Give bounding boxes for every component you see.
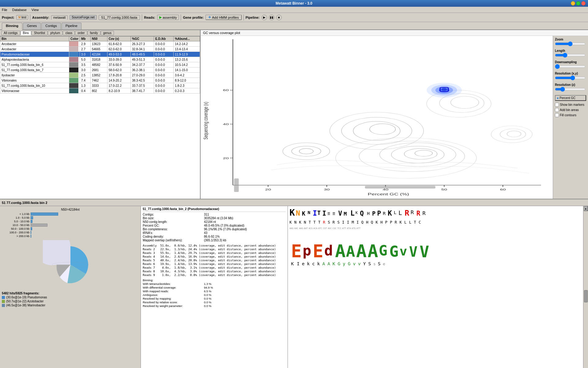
- col-abund[interactable]: %Abund...: [173, 36, 200, 41]
- table-row[interactable]: Arcobacter2.91362361.8-62.026.3-27.30.0-…: [0, 41, 200, 47]
- reads-btn[interactable]: ▶ assembly: [157, 15, 179, 20]
- zoom-slider[interactable]: [555, 42, 586, 46]
- svg-text:y: y: [343, 261, 345, 266]
- filter-all-contigs[interactable]: All contigs: [1, 31, 20, 35]
- svg-text:v: v: [353, 261, 356, 266]
- bin-cell: 8.2-10.9: [107, 88, 130, 94]
- svg-text:T: T: [414, 220, 416, 224]
- table-row[interactable]: 51_77.contig.1000.fasta_bin_63.54858237.…: [0, 62, 200, 67]
- gc-plot-area[interactable]: Sequencing coverage (x) Percent GC (%) 2…: [201, 36, 553, 199]
- table-row[interactable]: Alphaproteobacteria5.03181833.0-39.049.3…: [0, 57, 200, 62]
- add-bin-areas-label[interactable]: Add bin areas: [555, 108, 586, 112]
- svg-text:H: H: [366, 220, 368, 224]
- filter-order[interactable]: order: [75, 31, 87, 35]
- sourceforge-tab[interactable]: SourceForge.net: [70, 15, 97, 20]
- table-row[interactable]: Pseudomonadaceae3.04218449.0-53.048.0-49…: [0, 52, 200, 57]
- minimize-button[interactable]: [571, 1, 575, 6]
- fill-contours-checkbox[interactable]: [555, 113, 559, 117]
- svg-text:R: R: [383, 211, 386, 216]
- logo-area[interactable]: K N K N I T I ≡ ≡ V M L K Q H P P: [288, 206, 588, 368]
- col-gc[interactable]: %GC: [130, 36, 154, 41]
- bin-cell: 5.0: [80, 57, 91, 62]
- filter-genus[interactable]: genus: [101, 31, 114, 35]
- reads-line: Reads 9 1.0x, 2.2/kb, 0.8% (coverage, ed…: [143, 273, 286, 277]
- show-bin-markers-checkbox[interactable]: [555, 103, 559, 107]
- svg-text:d: d: [324, 242, 333, 259]
- maximize-button[interactable]: [576, 1, 580, 6]
- resolution-xy-slider[interactable]: [555, 76, 586, 80]
- svg-text:Q: Q: [361, 220, 364, 224]
- col-n50[interactable]: N50: [90, 36, 107, 41]
- filter-bins[interactable]: Bins: [21, 31, 31, 35]
- table-row[interactable]: Ilyobacter2.51385217.8-20.827.0-29.00.0-…: [0, 73, 200, 78]
- pipeline-pause[interactable]: ▮▮: [269, 15, 274, 20]
- svg-text:H: H: [380, 220, 383, 224]
- bin-cell: 49.3-51.3: [130, 57, 154, 62]
- svg-text:v: v: [399, 243, 407, 259]
- col-bin[interactable]: Bin: [0, 36, 69, 41]
- table-row[interactable]: 51_77.contig.1000.fasta_bin_101.3333317.…: [0, 83, 200, 88]
- pipeline-stop[interactable]: ■: [276, 15, 282, 20]
- bin-cell: 0.0-0.0: [154, 67, 174, 73]
- table-row[interactable]: Vibrionaceae0.48028.2-10.938.7-41.70.0-0…: [0, 88, 200, 94]
- svg-point-44: [441, 88, 447, 91]
- length-slider[interactable]: [555, 53, 586, 57]
- bottom-middle[interactable]: 51_77.contig.1000.fasta_bin_2 (Pseudomon…: [141, 206, 288, 368]
- close-button[interactable]: [581, 1, 586, 6]
- svg-text:e
          W
          L
    : e W L e GAA GAG GAA GAT GCA GCA GCG GGC …: [383, 262, 385, 266]
- downsampling-slider[interactable]: [555, 64, 586, 69]
- svg-text:H: H: [367, 211, 370, 216]
- svg-text:ATT: ATT: [342, 227, 346, 230]
- assembly-value-btn[interactable]: 51_77.contig.1000.fasta: [99, 15, 140, 20]
- logo-scroll-thumb[interactable]: [584, 290, 588, 302]
- menu-file[interactable]: File: [2, 8, 7, 12]
- assembly-label: Assembly:: [32, 16, 49, 19]
- binning-line: With mapped reads:6.5 %: [143, 289, 286, 293]
- project-btn[interactable]: ⚒ test: [16, 15, 28, 20]
- percent-gc-button[interactable]: ■ Percent GC: [555, 95, 586, 101]
- tab-genes[interactable]: Genes: [23, 23, 41, 29]
- col-cov[interactable]: Cov (x): [107, 36, 130, 41]
- svg-text:I: I: [322, 210, 326, 217]
- svg-text:c: c: [312, 261, 315, 266]
- menu-database[interactable]: Database: [12, 8, 27, 12]
- filter-class[interactable]: class: [63, 31, 75, 35]
- titlebar-text: Metawatt Binner - 3.0: [276, 1, 312, 6]
- svg-text:50: 50: [441, 188, 447, 191]
- filter-phylum[interactable]: phylum: [48, 31, 62, 35]
- bin-cell: 17.0-22.2: [107, 83, 130, 88]
- tab-pipeline[interactable]: Pipeline: [62, 23, 81, 29]
- svg-text:≡: ≡: [333, 211, 335, 216]
- svg-text:Percent GC (%): Percent GC (%): [368, 192, 409, 196]
- bin-cell: 58.0-62.0: [107, 67, 130, 73]
- hits-label: 5482 hits/5925 fragments:: [2, 292, 139, 295]
- bin-cell: 3.6-4.2: [173, 73, 200, 78]
- stat-row: N50 contig length:42184 nt: [143, 220, 286, 224]
- stat-row: Mapped overlap (self/others):(365.1/353.…: [143, 239, 286, 242]
- controls-panel: Zoom Length Downsampling Resolution (x,y…: [553, 36, 588, 199]
- resolution-z-slider-container: [555, 87, 586, 92]
- logo-scrollbar-right[interactable]: ▲ ▼: [583, 206, 588, 368]
- add-bin-areas-checkbox[interactable]: [555, 108, 559, 112]
- table-row[interactable]: Vibrionales7.4746214.9-20.238.3-42.50.0-…: [0, 78, 200, 83]
- col-ed[interactable]: E.D./kb: [154, 36, 174, 41]
- filter-family[interactable]: family: [88, 31, 100, 35]
- filter-shortlist[interactable]: Shortlist: [32, 31, 47, 35]
- fill-contours-label[interactable]: Fill contours: [555, 113, 586, 117]
- col-color[interactable]: Color: [69, 36, 80, 41]
- pipeline-play[interactable]: ▶: [262, 15, 267, 20]
- show-bin-markers-label[interactable]: Show bin markers: [555, 103, 586, 107]
- bin-color: [69, 67, 80, 73]
- table-container[interactable]: Bin Color Mb N50 Cov (x) %GC E.D./kb %Ab…: [0, 36, 200, 199]
- tab-contigs[interactable]: Contigs: [41, 23, 61, 29]
- resolution-z-slider[interactable]: [555, 87, 586, 91]
- add-hmm-btn[interactable]: ✚ Add HMM profiles: [205, 15, 241, 20]
- table-row[interactable]: Arcobacter2.75466562.0-62.032.8-34.10.0-…: [0, 47, 200, 52]
- table-row[interactable]: 51_77.contig.1000.fasta_bin_73.0268158.0…: [0, 67, 200, 73]
- bin-cell: 14.9-20.2: [107, 78, 130, 83]
- tab-binning[interactable]: Binning: [2, 23, 22, 30]
- menu-view[interactable]: View: [32, 8, 39, 12]
- svg-text:Sequencing coverage (x): Sequencing coverage (x): [202, 102, 209, 140]
- metawatt-tab[interactable]: metawatt: [51, 15, 68, 20]
- col-mb[interactable]: Mb: [80, 36, 91, 41]
